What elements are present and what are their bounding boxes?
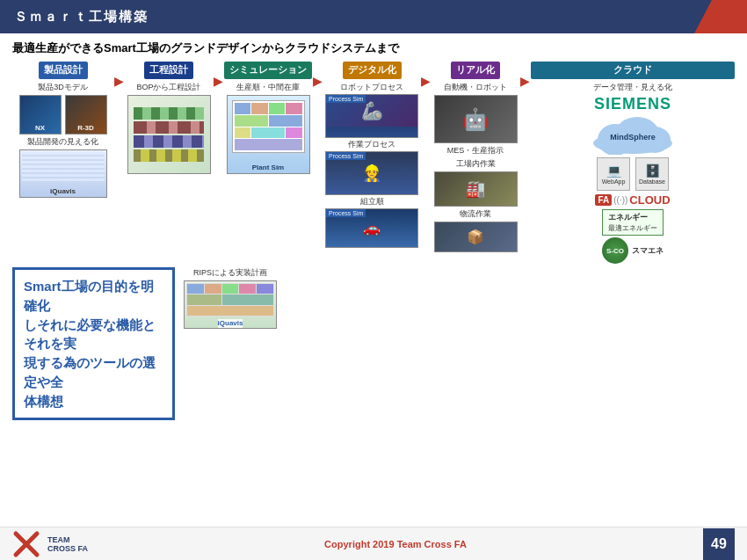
- col-header-sim: シミュレーション: [224, 62, 312, 79]
- fa-cloud: FA ((·)) CLOUD: [595, 193, 670, 207]
- footer-team: TEAM: [47, 535, 88, 544]
- label-work: 作業プロセス: [348, 139, 395, 150]
- label-robot: ロボットプロセス: [340, 82, 403, 93]
- arrow-4: ▶: [420, 62, 432, 88]
- img-factory: 🏭: [434, 171, 518, 207]
- label-data: データ管理・見える化: [593, 82, 672, 93]
- cloud-shape: MindSphere: [589, 115, 677, 155]
- teamcrossfa-logo-icon: [12, 530, 40, 558]
- smart-factory-box: Smart工場の目的を明確化 しそれに必要な機能とそれを実 現する為のツールの選…: [12, 267, 175, 420]
- img-r3d: R-3D: [65, 95, 107, 135]
- footer-logo-group: TEAM CROSS FA: [12, 530, 88, 558]
- energy-box: エネルギー 最適エネルギー: [602, 209, 664, 236]
- label-logistics: 物流作業: [460, 208, 491, 220]
- label-auto: 自動機・ロボット: [444, 82, 507, 93]
- database-box: 🗄️ Database: [635, 157, 669, 191]
- img-logistics: 📦: [434, 222, 518, 252]
- label-assembly: 組立順: [360, 196, 384, 207]
- sumaene: スマエネ: [632, 245, 664, 257]
- img-robot: 🤖: [434, 95, 518, 143]
- col-process-design: 工程設計 BOPから工程設計: [125, 62, 213, 174]
- digital-bottom: RIPSによる実装計画 iQuavis: [182, 267, 279, 329]
- header-accent: [694, 0, 747, 33]
- col-header-real: リアル化: [451, 62, 500, 79]
- arrow-2: ▶: [213, 62, 224, 88]
- img-process-sim-1: 🦾 Process Sim: [325, 94, 418, 138]
- label-product-dev: 製品開発の見える化: [27, 136, 98, 148]
- label-rips: RIPSによる実装計画: [193, 267, 267, 279]
- col-header-product: 製品設計: [39, 62, 88, 79]
- col-cloud: クラウド データ管理・見える化 SIEMENS MindSphere 💻 Web…: [531, 62, 735, 264]
- label-bop: BOPから工程設計: [136, 82, 200, 93]
- smart-factory-text: Smart工場の目的を明確化 しそれに必要な機能とそれを実 現する為のツールの選…: [24, 277, 163, 411]
- img-process-sim-3: 🚗 Process Sim: [325, 208, 418, 248]
- col-real: リアル化 自動機・ロボット 🤖 MES・生産指示 工場内作業 🏭 物流作業 📦: [432, 62, 519, 252]
- eco-logo: S-CO: [602, 237, 628, 264]
- arrow-5: ▶: [519, 62, 531, 88]
- label-production: 生産順・中間在庫: [236, 82, 300, 93]
- footer-crossfa: CROSS FA: [47, 544, 88, 553]
- page-subtitle: 最適生産ができるSmart工場のグランドデザインからクラウドシステムまで: [12, 40, 735, 56]
- col-header-process: 工程設計: [144, 62, 193, 79]
- label-factory: 工場内作業: [456, 158, 496, 170]
- label-product-3d: 製品3Dモデル: [38, 82, 88, 93]
- webapp-box: 💻 WebApp: [597, 157, 630, 191]
- col-header-cloud: クラウド: [531, 62, 735, 79]
- arrow-3: ▶: [312, 62, 323, 88]
- arrow-1: ▶: [113, 62, 125, 88]
- img-bop: [127, 95, 211, 174]
- img-plantsim: Plant Sim: [227, 95, 310, 174]
- img-process-sim-2: 👷 Process Sim: [325, 151, 418, 195]
- col-product-design: 製品設計 製品3Dモデル NX R-3D 製品開発の見える化 iQuavis: [12, 62, 113, 198]
- siemens-logo: SIEMENS: [594, 95, 671, 113]
- label-mes: MES・生産指示: [447, 145, 504, 156]
- col-header-digital: デジタル化: [343, 62, 402, 79]
- footer-page: 49: [703, 528, 735, 560]
- img-rips: iQuavis: [184, 280, 277, 329]
- footer: TEAM CROSS FA Copyright 2019 Team Cross …: [0, 527, 747, 560]
- img-iquavis: iQuavis: [19, 149, 107, 198]
- col-simulation: シミュレーション 生産順・中間在庫 Plant Sim: [224, 62, 312, 174]
- header: Ｓｍａｒｔ工場構築: [0, 0, 747, 33]
- col-digital: デジタル化 ロボットプロセス 🦾 Process Sim 作業プロセス 👷 Pr…: [323, 62, 420, 248]
- header-title: Ｓｍａｒｔ工場構築: [14, 9, 149, 25]
- img-nx: NX: [19, 95, 62, 135]
- footer-copyright: Copyright 2019 Team Cross FA: [324, 539, 467, 549]
- svg-text:MindSphere: MindSphere: [610, 133, 656, 142]
